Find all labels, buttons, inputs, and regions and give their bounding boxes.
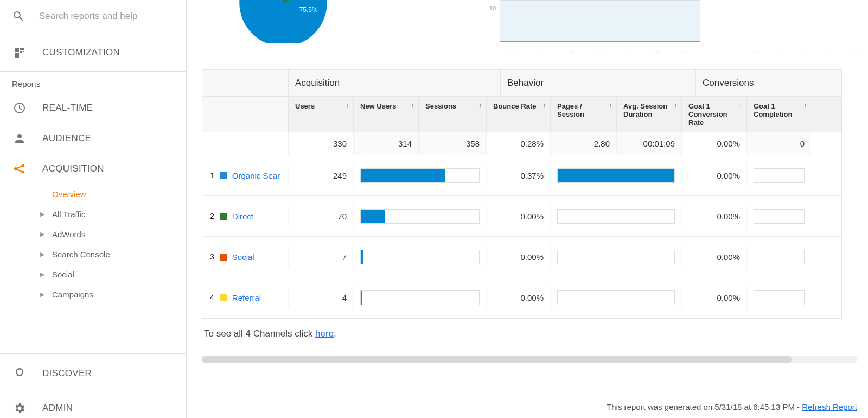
col-header-new-users[interactable]: New Users↕	[353, 97, 418, 132]
cell-bounce: 0.00%	[486, 206, 550, 226]
scrollbar-thumb[interactable]	[202, 356, 792, 363]
sub-item-overview[interactable]: Overview	[26, 184, 186, 204]
chart-axis-ticks: …………………	[500, 47, 700, 53]
sub-item-all-traffic[interactable]: ▶All Traffic	[26, 204, 186, 224]
caret-icon: ▶	[40, 271, 52, 278]
sub-item-adwords[interactable]: ▶AdWords	[26, 224, 186, 244]
col-header-pages[interactable]: Pages / Session↕	[550, 97, 616, 132]
reports-heading: Reports	[0, 72, 186, 93]
acquisition-submenu: Overview ▶All Traffic ▶AdWords ▶Search C…	[0, 184, 186, 305]
cell-users: 7	[288, 247, 353, 267]
cell-new-users-bar	[353, 244, 486, 270]
pie-chart: 75.5%	[202, 0, 457, 43]
search-input[interactable]	[39, 11, 175, 22]
total-sessions: 358	[418, 132, 486, 155]
total-bounce: 0.28%	[486, 132, 550, 155]
search-row	[0, 0, 186, 34]
col-header-sessions[interactable]: Sessions↕	[418, 97, 486, 132]
sort-icon: ↕	[543, 102, 546, 109]
sort-icon: ↕	[804, 102, 807, 109]
cell-conv-rate: 0.00%	[681, 288, 746, 308]
total-completion: 0	[746, 132, 811, 155]
sidebar-item-acquisition[interactable]: ACQUISITION	[0, 154, 186, 184]
share-icon	[12, 161, 27, 176]
row-name-cell[interactable]: 3Social	[202, 252, 288, 262]
col-header-conv-rate[interactable]: Goal 1 Conversion Rate↕	[681, 97, 746, 132]
search-icon	[12, 10, 25, 23]
sort-icon: ↕	[479, 102, 482, 109]
caret-icon: ▶	[40, 251, 52, 258]
sidebar-item-realtime[interactable]: REAL-TIME	[0, 93, 186, 123]
cell-pages-bar	[550, 163, 681, 188]
channel-link[interactable]: Social	[232, 252, 254, 262]
pie-label: 75.5%	[299, 6, 318, 14]
sidebar-item-discover[interactable]: DISCOVER	[0, 353, 186, 393]
channel-link[interactable]: Organic Sear	[232, 171, 280, 180]
sidebar-item-customization[interactable]: CUSTOMIZATION	[0, 34, 186, 72]
row-name-cell[interactable]: 2Direct	[202, 212, 288, 221]
total-conv-rate: 0.00%	[681, 132, 746, 155]
refresh-report-link[interactable]: Refresh Report	[802, 402, 857, 411]
row-name-cell[interactable]: 4Referral	[202, 293, 288, 302]
col-header-bounce[interactable]: Bounce Rate↕	[486, 97, 550, 132]
svg-point-0	[14, 167, 17, 170]
cell-users: 4	[288, 288, 353, 308]
col-header-completion[interactable]: Goal 1 Completion↕	[746, 97, 811, 132]
caret-icon: ▶	[40, 211, 52, 218]
sub-item-campaigns[interactable]: ▶Campaigns	[26, 284, 186, 305]
cell-users: 249	[288, 166, 353, 186]
sidebar-item-label: REAL-TIME	[42, 103, 93, 113]
sort-down-icon: ↓	[346, 102, 349, 109]
row-index: 4	[210, 293, 214, 302]
horizontal-scrollbar[interactable]	[202, 356, 857, 363]
sort-icon: ↕	[739, 102, 743, 109]
sidebar-item-audience[interactable]: AUDIENCE	[0, 123, 186, 154]
cell-completion-bar	[746, 163, 811, 188]
cell-users: 70	[288, 206, 353, 226]
channels-table: Acquisition Behavior Conversions Users↓ …	[202, 69, 842, 319]
channel-link[interactable]: Direct	[232, 212, 253, 221]
cell-bounce: 0.37%	[486, 166, 550, 186]
row-index: 3	[210, 252, 214, 261]
col-group-behavior: Behavior	[500, 70, 695, 96]
sidebar-item-label: DISCOVER	[42, 368, 92, 379]
see-all-link[interactable]: here	[315, 328, 334, 339]
svg-point-2	[22, 171, 24, 174]
total-new-users: 314	[353, 132, 418, 155]
table-row: 2Direct700.00%0.00%	[202, 196, 841, 237]
cell-new-users-bar	[353, 285, 486, 311]
col-header-duration[interactable]: Avg. Session Duration↕	[616, 97, 681, 132]
bulb-icon	[12, 366, 27, 381]
sidebar-item-admin[interactable]: ADMIN	[0, 393, 186, 418]
color-swatch	[220, 254, 227, 261]
cell-conv-rate: 0.00%	[681, 206, 746, 226]
cell-bounce: 0.00%	[486, 247, 550, 267]
main-content: 75.5% 10 ………………… 0.00% ……………	[187, 0, 868, 418]
cell-completion-bar	[746, 285, 811, 311]
color-swatch	[220, 172, 227, 179]
row-index: 1	[210, 171, 214, 180]
cell-conv-rate: 0.00%	[681, 166, 746, 186]
caret-icon: ▶	[40, 291, 52, 298]
total-duration: 00:01:09	[616, 132, 681, 155]
table-row: 3Social70.00%0.00%	[202, 237, 841, 277]
row-index: 2	[210, 212, 214, 220]
sub-item-social[interactable]: ▶Social	[26, 264, 186, 284]
table-row: 1Organic Sear2490.37%0.00%	[202, 155, 841, 196]
sidebar-item-label: AUDIENCE	[42, 133, 91, 144]
cell-new-users-bar	[353, 163, 486, 188]
chart-axis-ticks: ……………	[743, 47, 868, 53]
cell-completion-bar	[746, 204, 811, 229]
sort-icon: ↕	[609, 102, 612, 109]
sparkline-chart-2: 0.00%	[743, 0, 868, 42]
gear-icon	[12, 401, 27, 416]
sparkline-chart-1: 10	[500, 0, 700, 42]
sub-item-search-console[interactable]: ▶Search Console	[26, 244, 186, 264]
row-name-cell[interactable]: 1Organic Sear	[202, 171, 288, 180]
col-header-users[interactable]: Users↓	[288, 97, 353, 132]
sort-icon: ↕	[674, 102, 678, 109]
dashboard-icon	[12, 45, 27, 60]
channel-link[interactable]: Referral	[232, 293, 261, 302]
cell-pages-bar	[550, 244, 681, 270]
col-group-conversions: Conversions	[695, 70, 825, 96]
